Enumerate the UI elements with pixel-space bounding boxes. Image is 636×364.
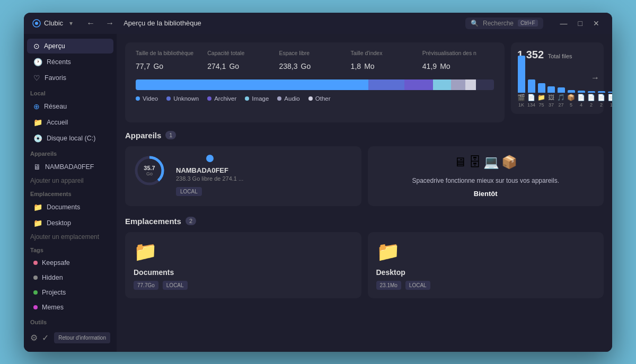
sidebar-item-documents[interactable]: 📁 Documents xyxy=(27,200,113,215)
bar-count-9: 1 xyxy=(610,102,612,108)
add-appareil-button[interactable]: Ajouter un appareil xyxy=(24,175,117,187)
bar-count-5: 5 xyxy=(570,102,572,108)
bar-icon-4: 🎵 xyxy=(557,94,565,101)
sidebar-item-memes[interactable]: Memes xyxy=(27,300,113,314)
sidebar-item-recents[interactable]: 🕐 Récents xyxy=(27,55,113,69)
promo-icon-1: 🖥 xyxy=(454,155,466,170)
sidebar-item-apercu[interactable]: ⊙ Aperçu xyxy=(27,39,113,54)
emplacements-section-count: 2 xyxy=(186,217,196,225)
legend-video: Video xyxy=(136,95,158,102)
sidebar-item-reseau[interactable]: ⊕ Réseau xyxy=(27,99,113,114)
progress-video xyxy=(136,79,368,90)
location-size-desktop: 23.1Mo xyxy=(376,281,401,290)
bar-4 xyxy=(558,87,565,93)
add-emplacement-button[interactable]: Ajouter un emplacement xyxy=(24,231,117,243)
legend-audio: Audio xyxy=(277,95,299,102)
forward-button[interactable]: → xyxy=(102,17,117,29)
promo-icon-3: 💻 xyxy=(483,155,499,170)
search-bar[interactable]: 🔍 Recherche Ctrl+F xyxy=(465,17,543,29)
bar-8 xyxy=(598,91,605,93)
promo-cta[interactable]: Bientôt xyxy=(474,190,498,198)
dropdown-icon[interactable]: ▾ xyxy=(69,20,73,27)
app-name: Clubic xyxy=(32,19,63,28)
bar-col-7: 📄 2 xyxy=(587,91,595,108)
bar-col-0: 🎬 1K xyxy=(517,56,525,108)
appareils-section-title: Appareils xyxy=(125,131,161,140)
location-name-desktop: Desktop xyxy=(376,268,596,277)
sidebar-item-nambada[interactable]: 🖥 NAMBADA0FEF xyxy=(27,159,113,174)
promo-icon-2: 🗄 xyxy=(469,155,481,170)
stat-index-label: Taille d'index xyxy=(351,50,422,56)
chart-arrow-button[interactable]: → xyxy=(591,73,599,83)
info-icon[interactable]: ✓ xyxy=(42,333,49,343)
stat-capacite: Capacité totale 274,1 Go xyxy=(207,50,279,72)
stats-bar: Taille de la bibliothèque 77,7 Go Capaci… xyxy=(125,42,505,122)
sidebar-item-projects[interactable]: Projects xyxy=(27,286,113,299)
search-placeholder: Recherche xyxy=(483,20,514,27)
bar-count-4: 27 xyxy=(559,102,564,108)
apercu-icon: ⊙ xyxy=(33,42,40,50)
stat-bibliotheque-value: 77,7 Go xyxy=(136,58,207,72)
settings-icon[interactable]: ⚙ xyxy=(30,333,38,343)
device-badge: LOCAL xyxy=(176,187,202,196)
maximize-button[interactable]: □ xyxy=(574,17,587,30)
sidebar-item-desktop[interactable]: 📁 Desktop xyxy=(27,216,113,230)
stat-espace: Espace libre 238,3 Go xyxy=(279,50,350,72)
legend-dot-other xyxy=(308,96,313,101)
promo-icon-4: 📦 xyxy=(501,155,517,170)
stat-bibliotheque-label: Taille de la bibliothèque xyxy=(136,50,207,56)
appareils-section-count: 1 xyxy=(165,131,176,139)
bar-col-6: 📄 4 xyxy=(577,91,585,108)
progress-archiver xyxy=(404,79,433,90)
emplacements-cards: 📁 Documents 77.7Go LOCAL 📁 Desktop 23.1M… xyxy=(125,232,604,298)
documents-folder-icon: 📁 xyxy=(134,241,353,263)
hidden-dot xyxy=(33,276,38,280)
sidebar-item-accueil[interactable]: 📁 Accueil xyxy=(27,115,113,130)
legend-dot-unknown xyxy=(166,96,171,101)
stat-espace-value: 238,3 Go xyxy=(279,58,350,72)
legend: Video Unknown Archiver Image xyxy=(136,95,494,102)
local-section-label: Local xyxy=(24,86,117,99)
sidebar-item-disque[interactable]: 💿 Disque local (C:) xyxy=(27,131,113,146)
desktop-folder-icon: 📁 xyxy=(376,241,596,263)
bar-icon-9: 📄 xyxy=(607,94,612,101)
location-name-documents: Documents xyxy=(134,268,353,277)
bar-col-3: 🖼 37 xyxy=(547,86,555,108)
svg-point-1 xyxy=(35,22,38,25)
projects-dot xyxy=(33,290,38,295)
sidebar-item-favoris[interactable]: ♡ Favoris xyxy=(27,70,113,85)
appareils-section-header: Appareils 1 xyxy=(125,131,604,140)
sidebar-item-keepsafe[interactable]: Keepsafe xyxy=(27,256,113,270)
location-meta-desktop: 23.1Mo LOCAL xyxy=(376,281,596,290)
location-card-documents: 📁 Documents 77.7Go LOCAL xyxy=(125,232,361,298)
bar-icon-7: 📄 xyxy=(587,94,595,101)
stat-previs: Prévisualisation des n 41,9 Mo xyxy=(422,50,494,72)
bar-icon-6: 📄 xyxy=(577,94,585,101)
legend-image: Image xyxy=(245,95,269,102)
sidebar-bottom: ⚙ ✓ Retour d'information xyxy=(24,328,117,348)
sidebar-item-hidden[interactable]: Hidden xyxy=(27,271,113,285)
bar-col-4: 🎵 27 xyxy=(557,87,565,108)
disque-icon: 💿 xyxy=(33,134,42,143)
location-type-documents: LOCAL xyxy=(163,281,188,290)
bar-icon-1: 📄 xyxy=(527,94,535,101)
device-storage-circle: 35.7 Go xyxy=(134,155,165,187)
stat-previs-label: Prévisualisation des n xyxy=(422,50,494,56)
legend-dot-archiver xyxy=(207,96,211,101)
retour-button[interactable]: Retour d'information xyxy=(54,332,110,343)
bar-col-8: 📄 2 xyxy=(597,91,605,108)
bar-5 xyxy=(568,90,575,93)
stat-espace-label: Espace libre xyxy=(279,50,350,56)
legend-dot-audio xyxy=(277,96,281,101)
device-card-inner: 35.7 Go NAMBADA0FEF 238.3 Go libre de 27… xyxy=(134,155,353,196)
sidebar: ⊙ Aperçu 🕐 Récents ♡ Favoris Local ⊕ Rés… xyxy=(24,34,117,352)
minimize-button[interactable]: — xyxy=(556,17,572,30)
bar-icon-3: 🖼 xyxy=(548,94,554,101)
bar-count-6: 4 xyxy=(580,102,582,108)
close-button[interactable]: ✕ xyxy=(589,17,604,30)
location-size-documents: 77.7Go xyxy=(134,281,158,290)
legend-dot-image xyxy=(245,96,249,101)
legend-archiver: Archiver xyxy=(207,95,236,102)
back-button[interactable]: ← xyxy=(83,17,98,29)
bar-col-5: 📦 5 xyxy=(567,90,575,108)
